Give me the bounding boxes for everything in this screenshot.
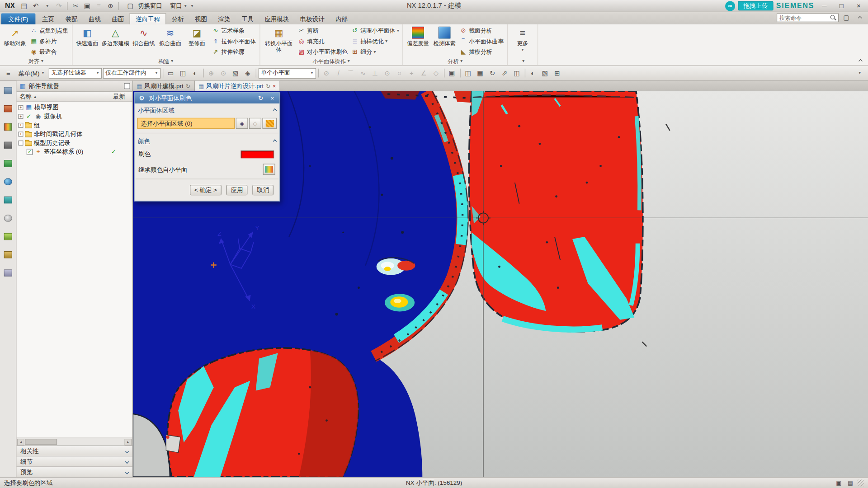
multi-patch-button[interactable]: ▦ 多补片 [28,36,70,46]
dialog-title-bar[interactable]: ⚙ 对小平面体刷色 ↻ × [135,92,280,103]
magnet-tool-icon[interactable]: ◈ [242,67,253,78]
assembly-navigator-tab[interactable] [3,85,14,95]
snap-endpoint-icon[interactable]: / [333,67,344,78]
ok-button[interactable]: < 确定 > [190,185,222,195]
section-dependencies[interactable]: 相关性 [17,446,132,456]
section-details[interactable]: 细节 [17,456,132,466]
convert-facet-body-button[interactable]: ▦ 转换小平面体 [262,25,296,57]
roles-tab[interactable] [3,249,14,259]
refresh-icon[interactable]: ↻ [266,83,270,89]
art-spline-button[interactable]: ∿ 艺术样条 [210,26,258,36]
move-object-button[interactable]: ↗ 移动对象 [2,25,28,57]
extrude-facet-body-button[interactable]: ⇑ 拉伸小平面体 [210,36,258,46]
snap-intersection-icon[interactable]: + [406,67,417,78]
tab-internal[interactable]: 内部 [330,13,353,24]
cloud-upload-icon[interactable]: ∞ [725,1,735,11]
paste-icon[interactable]: ≡ [94,1,104,11]
snap-circle-icon[interactable]: ○ [394,67,405,78]
layers-icon[interactable]: ⊞ [552,67,562,78]
tree-item-datum-csys[interactable]: ✓ + 基准坐标系 (0) ✓ [17,147,132,156]
tab-curve[interactable]: 曲线 [83,13,106,24]
fan-blade-large[interactable] [469,91,642,332]
search-input[interactable] [779,14,829,20]
snap-region-icon[interactable]: ▧ [230,67,241,78]
copy-icon[interactable]: ▣ [82,1,92,11]
section-facet-region[interactable]: 小平面体区域 [135,103,280,116]
draft-analysis-button[interactable]: ◣ 拔模分析 [458,47,505,56]
system-scenes-tab[interactable] [3,268,14,278]
facet-selection-mode-select[interactable]: 单个小平面 ▾ [258,68,316,78]
dialog-close-icon[interactable]: × [268,94,277,103]
window-layout-icon[interactable]: ▢ [841,12,852,23]
tab-render[interactable]: 渲染 [212,13,236,24]
effects-icon[interactable]: ◐ [527,67,538,78]
brush-color-swatch[interactable] [241,150,274,158]
extrude-profile-button[interactable]: ⇗ 拉伸轮廓 [210,47,258,56]
undo-icon[interactable]: ↶ [30,1,41,11]
smooth-face-button[interactable]: ◪ 整修面 [184,25,210,57]
point-set-to-point-set-button[interactable]: ∴ 点集到点集 [28,26,70,36]
group-label-align[interactable]: 对齐 ▾ [2,57,70,65]
rapid-surface-button[interactable]: ◧ 快速造面 [74,25,100,57]
command-search-box[interactable] [777,13,839,22]
checkbox-checked[interactable]: ✓ [27,149,33,155]
selection-filter-select[interactable]: 无选择过滤器 ▾ [48,68,102,78]
facet-curvature-button[interactable]: ⌒ 小平面体曲率 [458,36,505,46]
expand-icon[interactable]: + [18,105,23,110]
selection-scope-select[interactable]: 仅在工作部件内 ▾ [103,68,160,78]
column-name[interactable]: 名称 [19,92,32,100]
edit-section-icon[interactable]: ◫ [511,67,522,78]
cut-icon[interactable]: ✂ [71,1,81,11]
manufacturing-wizard-tab[interactable] [3,231,14,241]
rendering-style-icon[interactable]: ▦ [475,67,486,78]
toolbar-overflow-icon[interactable]: ▾ [854,67,865,78]
view-orient-icon[interactable]: ◫ [462,67,473,78]
ribbon-options-icon[interactable] [854,12,865,23]
cleanup-facet-body-button[interactable]: ↺ 清理小平面体 ▾ [349,26,401,36]
scroll-left-button[interactable]: ◂ [17,438,24,445]
process-studio-tab[interactable] [3,213,14,223]
history-tab[interactable] [3,195,14,205]
snip-button[interactable]: ✂ 剪断 [296,26,349,36]
doc-tab-fan-modeling[interactable]: ▦ 风扇叶建模.prt ↻ [133,81,195,91]
scrollbar-thumb[interactable] [25,439,57,445]
section-color[interactable]: 颜色 [135,135,280,147]
hide-show-icon[interactable]: ▭ [165,67,176,78]
constraint-navigator-tab[interactable] [3,103,14,113]
tab-application[interactable]: 应用模块 [259,13,294,24]
tab-tools[interactable]: 工具 [236,13,259,24]
inherit-color-button[interactable] [263,164,275,174]
tree-item-cameras[interactable]: + ✓ ◉ 摄像机 [17,112,132,121]
tree-item-model-views[interactable]: + ▦ 模型视图 [17,103,132,112]
fit-surface-button[interactable]: ≋ 拟合曲面 [157,25,184,57]
reuse-library-tab[interactable] [3,140,14,150]
snap-perpendicular-icon[interactable]: ⊥ [369,67,380,78]
scroll-right-button[interactable]: ▸ [125,438,132,445]
zoom-icon[interactable]: ⇗ [499,67,510,78]
expand-icon[interactable]: + [18,131,23,136]
dialog-reset-icon[interactable]: ↻ [256,94,265,103]
tree-item-model-history[interactable]: − 模型历史记录 [17,138,132,147]
close-tab-icon[interactable]: × [273,83,276,89]
display-mode-icon[interactable]: ▧ [539,67,550,78]
navigator-horizontal-scrollbar[interactable]: ◂ ▸ [17,438,132,446]
select-cursor-button[interactable]: ◈ [236,118,248,129]
tab-assembly[interactable]: 装配 [60,13,83,24]
deviation-gauge-button[interactable]: 偏差度量 [405,25,431,57]
snap-center-icon[interactable]: ⊙ [382,67,392,78]
undo-dropdown-icon[interactable]: ▾ [42,1,52,11]
inspect-body-button[interactable]: 检测体素 [431,25,458,57]
group-label-facet-operations[interactable]: 小平面体操作 ▾ [262,57,401,65]
group-label-construct[interactable]: 构造 ▾ [74,57,258,65]
facet-region-tool-button[interactable] [262,118,277,129]
polygon-modeling-button[interactable]: △ 多边形建模 [100,25,130,57]
section-analysis-button[interactable]: ⊘ 截面分析 [458,26,505,36]
ribbon-collapse-button[interactable] [856,57,865,65]
subdivide-button[interactable]: ⊞ 细分 ▾ [349,47,401,56]
redo-icon[interactable]: ↷ [54,1,64,11]
clipboard-icon[interactable]: ▣ [447,67,458,78]
part-navigator-tab[interactable] [3,122,14,131]
cancel-button[interactable]: 取消 [252,185,274,195]
snap-quadrant-icon[interactable]: ◇ [430,67,441,78]
refresh-icon[interactable]: ↻ [186,83,190,89]
